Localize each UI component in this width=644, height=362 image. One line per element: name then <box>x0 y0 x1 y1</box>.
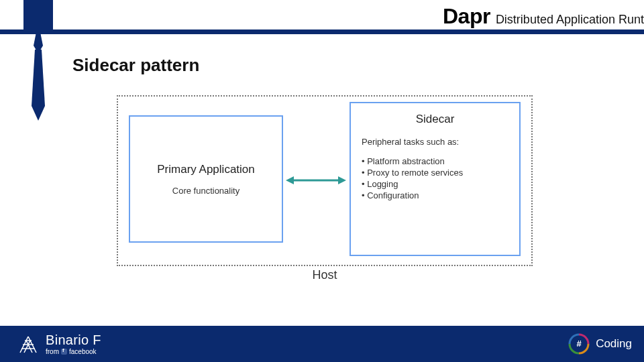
list-item: Platform abstraction <box>362 156 508 166</box>
svg-marker-4 <box>338 176 346 184</box>
list-item: Proxy to remote services <box>362 168 508 178</box>
tie-icon <box>27 32 50 126</box>
binario-logo-icon <box>19 334 38 354</box>
svg-marker-1 <box>32 50 45 121</box>
svg-marker-3 <box>286 176 294 184</box>
binario-text: Binario F from facebook <box>46 333 101 355</box>
sidecar-tasks-intro: Peripheral tasks such as: <box>362 137 508 147</box>
from-label: from <box>46 349 59 355</box>
facebook-icon <box>61 349 67 355</box>
footer-left: Binario F from facebook <box>19 333 101 355</box>
header-title: Dapr <box>443 4 490 29</box>
coding-label: Coding <box>596 337 632 351</box>
header-bar: Dapr Distributed Application Runt <box>0 0 644 40</box>
sidecar-task-list: Platform abstraction Proxy to remote ser… <box>362 156 508 200</box>
bidirectional-arrow-icon <box>286 176 346 185</box>
coding-ring-icon: # <box>568 333 590 355</box>
host-label: Host <box>312 268 337 282</box>
primary-subtitle: Core functionality <box>172 186 239 196</box>
list-item: Configuration <box>362 190 508 200</box>
sidecar-title: Sidecar <box>362 113 508 126</box>
binario-name: Binario F <box>46 333 101 347</box>
section-title: Sidecar pattern <box>72 55 199 76</box>
binario-from-line: from facebook <box>46 349 101 355</box>
primary-application-box: Primary Application Core functionality <box>129 115 283 243</box>
footer-bar: Binario F from facebook # Coding <box>0 326 644 362</box>
header-subtitle: Distributed Application Runt <box>496 13 644 27</box>
coding-hash-symbol: # <box>577 339 582 349</box>
facebook-label: facebook <box>69 349 97 355</box>
tie-knot-square <box>23 0 53 29</box>
primary-title: Primary Application <box>157 163 255 176</box>
sidecar-box: Sidecar Peripheral tasks such as: Platfo… <box>350 102 521 256</box>
header-divider <box>0 29 644 34</box>
list-item: Logging <box>362 179 508 189</box>
footer-right: # Coding <box>568 333 632 355</box>
sidecar-diagram: Host Primary Application Core functional… <box>117 95 533 290</box>
header-title-wrap: Dapr Distributed Application Runt <box>443 4 644 29</box>
